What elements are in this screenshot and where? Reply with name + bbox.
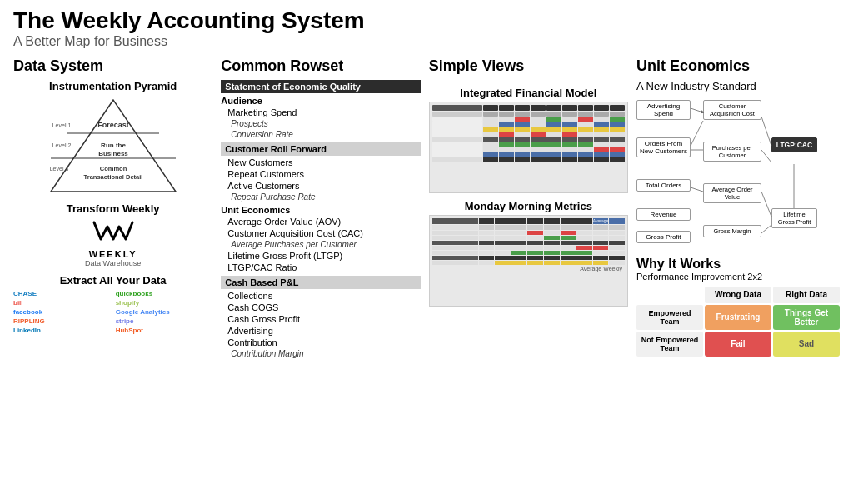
svg-text:Level 3: Level 3 bbox=[49, 166, 68, 172]
page: The Weekly Accounting System A Better Ma… bbox=[0, 0, 853, 504]
fc-revenue: Revenue bbox=[636, 208, 691, 221]
integrated-financial-title: Integrated Financial Model bbox=[429, 87, 628, 99]
monday-morning-title: Monday Morning Metrics bbox=[429, 200, 628, 212]
pyramid-svg: Forecast Run the Business Common Transac… bbox=[47, 96, 180, 196]
main-columns: Data System Instrumentation Pyramid Fore… bbox=[13, 57, 840, 359]
weekly-logo-icon bbox=[13, 218, 212, 249]
rowset-avg-purchases: Average Purchases per Customer bbox=[221, 239, 420, 250]
matrix-row-empowered: Empowered Team bbox=[636, 305, 703, 330]
svg-text:Level 1: Level 1 bbox=[52, 122, 71, 128]
simple-views-col: Simple Views Integrated Financial Model bbox=[429, 57, 628, 359]
svg-text:Level 2: Level 2 bbox=[52, 142, 71, 148]
rowset-aov: Average Order Value (AOV) bbox=[221, 216, 420, 227]
flowchart: Advertising Spend Orders From New Custom… bbox=[636, 96, 820, 250]
logo-facebook: facebook bbox=[13, 308, 111, 316]
unit-economics-header: Unit Economics bbox=[636, 57, 840, 75]
integrated-financial-mockup bbox=[429, 102, 628, 193]
rowset-conversion-rate: Conversion Rate bbox=[221, 129, 420, 140]
rowset-cash-pl: Cash Based P&L bbox=[221, 276, 420, 289]
rowset-unit-economics: Unit Economics bbox=[221, 204, 420, 216]
svg-line-15 bbox=[761, 117, 771, 146]
why-title: Why It Works bbox=[636, 257, 840, 272]
weekly-sub: Data Warehouse bbox=[13, 259, 212, 267]
matrix-cell-sad: Sad bbox=[773, 332, 840, 357]
logo-shopify: shopify bbox=[116, 299, 213, 307]
rowset-header-col: Common Rowset bbox=[221, 57, 420, 75]
data-system-header: Data System bbox=[13, 57, 212, 75]
logo-hubspot: HubSpot bbox=[116, 327, 213, 334]
svg-line-18 bbox=[761, 225, 771, 233]
logo-quickbooks: quickbooks bbox=[116, 290, 213, 297]
fc-orders-new: Orders From New Customers bbox=[636, 137, 691, 157]
common-rowset-col: Common Rowset Statement of Economic Qual… bbox=[221, 57, 420, 359]
why-sub: Performance Improvement 2x2 bbox=[636, 272, 840, 282]
rowset-cash-gross-profit: Cash Gross Profit bbox=[221, 313, 420, 325]
fc-aov: Average Order Value bbox=[703, 183, 761, 203]
svg-text:Transactional Detail: Transactional Detail bbox=[83, 173, 142, 181]
rowset-contribution: Contribution bbox=[221, 337, 420, 348]
fc-total-orders: Total Orders bbox=[636, 179, 691, 192]
fc-lifetime-gp: Lifetime Gross Profit bbox=[771, 208, 817, 228]
rowset-contribution-margin: Contribution Margin bbox=[221, 348, 420, 359]
rowset-cac: Customer Acquisition Cost (CAC) bbox=[221, 227, 420, 239]
rowset-repeat-customers: Repeat Customers bbox=[221, 168, 420, 180]
matrix-cell-things-better: Things Get Better bbox=[773, 305, 840, 330]
svg-line-11 bbox=[691, 108, 703, 112]
logo-rippling: RIPPLING bbox=[13, 317, 111, 325]
rowset-statement-header: Statement of Economic Quality bbox=[221, 80, 420, 93]
logo-google: Google Analytics bbox=[116, 308, 213, 316]
matrix-cell-fail: Fail bbox=[705, 332, 771, 357]
svg-text:Run the: Run the bbox=[101, 142, 126, 149]
matrix-col-right: Right Data bbox=[773, 287, 840, 303]
unit-economics-col: Unit Economics A New Industry Standard A… bbox=[636, 57, 840, 359]
new-standard-title: A New Industry Standard bbox=[636, 80, 840, 92]
extract-title: Extract All Your Data bbox=[13, 274, 212, 287]
svg-line-14 bbox=[691, 187, 703, 192]
rowset-ltgp: Lifetime Gross Profit (LTGP) bbox=[221, 250, 420, 262]
weekly-logo-svg bbox=[92, 218, 134, 243]
integrated-financial-section: Integrated Financial Model bbox=[429, 87, 628, 193]
rowset-prospects: Prospects bbox=[221, 118, 420, 129]
svg-line-16 bbox=[761, 150, 771, 162]
rowset-advertising: Advertising bbox=[221, 325, 420, 337]
fc-ltgp-cac: LTGP:CAC bbox=[771, 137, 817, 152]
svg-text:Common: Common bbox=[99, 165, 127, 172]
rowset-collections: Collections bbox=[221, 290, 420, 302]
logo-grid: CHASE quickbooks bill shopify facebook G… bbox=[13, 290, 212, 334]
extract-section: Extract All Your Data CHASE quickbooks b… bbox=[13, 274, 212, 334]
pyramid-section: Instrumentation Pyramid Forecast Run the… bbox=[13, 80, 212, 196]
svg-text:Business: Business bbox=[98, 150, 128, 157]
transform-section: Transform Weekly WEEKLY Data Warehouse bbox=[13, 202, 212, 267]
fc-gross-profit: Gross Profit bbox=[636, 231, 691, 243]
rowset-new-customers: New Customers bbox=[221, 157, 420, 168]
weekly-name: WEEKLY bbox=[13, 249, 212, 259]
matrix-empty-corner bbox=[636, 287, 703, 303]
why-it-works-section: Why It Works Performance Improvement 2x2… bbox=[636, 257, 840, 357]
pyramid-title: Instrumentation Pyramid bbox=[13, 80, 212, 92]
matrix-cell-frustrating: Frustrating bbox=[705, 305, 771, 330]
rowset-ltgp-cac: LTGP/CAC Ratio bbox=[221, 262, 420, 273]
transform-title: Transform Weekly bbox=[13, 202, 212, 215]
rowset-active-customers: Active Customers bbox=[221, 180, 420, 192]
logo-stripe: stripe bbox=[116, 317, 213, 325]
monday-morning-section: Monday Morning Metrics Average We bbox=[429, 200, 628, 307]
rowset-audience: Audience bbox=[221, 95, 420, 107]
data-system-col: Data System Instrumentation Pyramid Fore… bbox=[13, 57, 212, 359]
logo-chase: CHASE bbox=[13, 290, 111, 297]
logo-linkedin: LinkedIn bbox=[13, 327, 111, 334]
svg-text:Forecast: Forecast bbox=[97, 121, 129, 129]
logo-bill: bill bbox=[13, 299, 111, 307]
rowset-customer-roll-forward: Customer Roll Forward bbox=[221, 142, 420, 156]
svg-line-12 bbox=[691, 121, 703, 146]
fc-purchases-per: Purchases per Customer bbox=[703, 142, 761, 162]
svg-line-17 bbox=[761, 192, 771, 217]
rowset-marketing-spend: Marketing Spend bbox=[221, 107, 420, 118]
pyramid-diagram: Forecast Run the Business Common Transac… bbox=[47, 96, 180, 196]
page-title: The Weekly Accounting System bbox=[13, 8, 840, 34]
matrix-row-not-empowered: Not Empowered Team bbox=[636, 332, 703, 357]
monday-morning-mockup: Average Weekly bbox=[429, 215, 628, 307]
fc-cac: Customer Acquisition Cost bbox=[703, 100, 761, 120]
simple-views-header: Simple Views bbox=[429, 57, 628, 75]
page-subtitle: A Better Map for Business bbox=[13, 34, 840, 49]
fc-advertising-spend: Advertising Spend bbox=[636, 100, 691, 120]
